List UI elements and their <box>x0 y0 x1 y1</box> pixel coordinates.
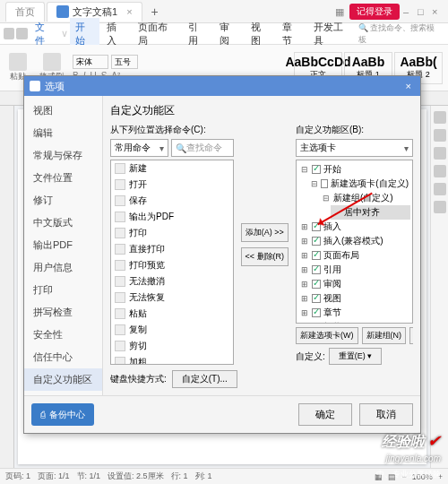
command-icon <box>115 260 125 271</box>
command-item[interactable]: 打开 <box>111 177 233 193</box>
expand-icon[interactable]: ⊞ <box>300 265 309 274</box>
nav-item[interactable]: 修订 <box>24 189 102 212</box>
status-row: 行: 1 <box>171 471 188 482</box>
commands-category-combo[interactable]: 常用命令▾ <box>110 139 168 157</box>
nav-item[interactable]: 拼写检查 <box>24 301 102 324</box>
command-item[interactable]: 无法恢复 <box>111 290 233 306</box>
remove-button[interactable]: << 删除(R) <box>241 247 289 266</box>
checkbox[interactable] <box>312 251 321 260</box>
command-item[interactable]: 剪切 <box>111 338 233 354</box>
command-item[interactable]: 输出为PDF <box>111 209 233 225</box>
cancel-button[interactable]: 取消 <box>359 403 413 426</box>
tree-item[interactable]: ⊞视图 <box>298 291 410 306</box>
dialog-close-button[interactable]: × <box>402 81 415 91</box>
checkbox[interactable] <box>312 308 321 317</box>
tree-item[interactable]: ⊞章节 <box>298 306 410 320</box>
tab-close-icon[interactable]: × <box>126 6 132 17</box>
font-name-select[interactable]: 宋体 <box>73 55 108 69</box>
nav-item[interactable]: 常规与保存 <box>24 144 102 167</box>
checkbox[interactable] <box>312 222 321 231</box>
tree-item[interactable]: ⊞加载项 <box>298 320 410 324</box>
checkbox[interactable] <box>312 280 321 289</box>
command-item[interactable]: 直接打印 <box>111 241 233 257</box>
font-size-select[interactable]: 五号 <box>111 55 138 69</box>
nav-item[interactable]: 文件位置 <box>24 167 102 189</box>
command-item[interactable]: 加粗 <box>111 354 233 365</box>
command-item[interactable]: 新建 <box>111 160 233 177</box>
checkbox[interactable] <box>312 237 321 246</box>
side-tool-icon[interactable] <box>434 201 446 213</box>
nav-item[interactable]: 信任中心 <box>24 346 102 368</box>
nav-item[interactable]: 视图 <box>24 99 102 122</box>
tree-item[interactable]: ⊞引用 <box>298 263 410 277</box>
nav-item[interactable]: 打印 <box>24 279 102 301</box>
command-icon <box>115 163 125 174</box>
command-item[interactable]: 粘贴 <box>111 306 233 322</box>
tree-item[interactable]: ⊟新建组(自定义) <box>320 191 410 205</box>
side-tool-icon[interactable] <box>434 183 446 195</box>
command-item[interactable]: 打印 <box>111 225 233 241</box>
checkbox[interactable] <box>312 265 321 274</box>
expand-icon[interactable]: ⊟ <box>322 194 331 203</box>
nav-item[interactable]: 安全性 <box>24 324 102 346</box>
ribbon-tabs-combo[interactable]: 主选项卡▾ <box>296 139 413 157</box>
side-tool-icon[interactable] <box>434 147 446 160</box>
tree-item[interactable]: ⊞页面布局 <box>298 248 410 263</box>
checkbox[interactable] <box>312 323 321 324</box>
expand-icon[interactable]: ⊞ <box>300 308 309 317</box>
nav-item[interactable]: 输出PDF <box>24 234 102 256</box>
ok-button[interactable]: 确定 <box>298 403 352 426</box>
tree-item[interactable]: ⊞审阅 <box>298 277 410 291</box>
close-icon[interactable]: × <box>432 6 443 17</box>
expand-icon[interactable]: ⊟ <box>300 165 309 174</box>
search-commands-input[interactable]: 🔍 查找命令 <box>171 139 234 157</box>
command-item[interactable]: 保存 <box>111 193 233 209</box>
undo-icon[interactable] <box>16 28 27 39</box>
rename-button[interactable]: 重命名(M)... <box>409 327 413 344</box>
expand-icon[interactable]: ⊞ <box>300 222 309 231</box>
new-tab-button[interactable]: 新建选项卡(W) <box>296 327 358 344</box>
expand-icon[interactable]: ⊞ <box>300 323 309 324</box>
minimize-icon[interactable]: – <box>403 6 414 17</box>
command-item[interactable]: 打印预览 <box>111 257 233 273</box>
status-page[interactable]: 页码: 1 <box>5 471 30 482</box>
expand-icon[interactable]: ⊞ <box>300 294 309 303</box>
grid-icon[interactable]: ▦ <box>335 6 346 17</box>
backup-center-button[interactable]: ⎙ 备份中心 <box>31 403 94 426</box>
menu-search-hint[interactable]: 查找命令、搜索模板 <box>358 23 435 44</box>
add-button[interactable]: 添加(A) >> <box>241 223 289 242</box>
side-tool-icon[interactable] <box>434 165 446 177</box>
tree-item[interactable]: ⊟新建选项卡(自定义) <box>309 177 410 191</box>
nav-item[interactable]: 用户信息 <box>24 256 102 279</box>
command-item[interactable]: 无法撤消 <box>111 273 233 290</box>
nav-item[interactable]: 中文版式 <box>24 212 102 234</box>
ribbon-tree[interactable]: ⊟开始⊟新建选项卡(自定义)⊟新建组(自定义)居中对齐⊞插入⊞插入(兼容模式)⊞… <box>296 160 413 324</box>
checkbox[interactable] <box>321 179 328 188</box>
checkbox[interactable] <box>312 294 321 303</box>
status-pages[interactable]: 页面: 1/1 <box>38 471 70 482</box>
tree-item[interactable]: ⊞插入 <box>298 220 410 234</box>
side-tool-icon[interactable] <box>434 129 446 142</box>
tab-doc-label: 文字文稿1 <box>73 5 117 19</box>
expand-icon[interactable]: ⊞ <box>300 237 309 246</box>
tree-item[interactable]: ⊟开始 <box>298 162 410 177</box>
nav-item[interactable]: 自定义功能区 <box>24 368 102 391</box>
nav-item[interactable]: 编辑 <box>24 122 102 144</box>
ruler-vertical <box>0 106 14 468</box>
expand-icon[interactable]: ⊟ <box>311 179 318 188</box>
new-group-button[interactable]: 新建组(N) <box>362 327 407 344</box>
expand-icon[interactable]: ⊞ <box>300 251 309 260</box>
tree-item[interactable]: ⊞插入(兼容模式) <box>298 234 410 248</box>
customize-shortcuts-button[interactable]: 自定义(T)... <box>172 370 237 388</box>
login-button[interactable]: 记得登录 <box>349 4 400 20</box>
save-icon[interactable] <box>4 28 14 39</box>
checkbox[interactable] <box>312 165 321 174</box>
expand-icon[interactable]: ⊞ <box>300 280 309 289</box>
side-tool-icon[interactable] <box>434 111 446 124</box>
maximize-icon[interactable]: □ <box>418 6 428 17</box>
tree-item[interactable]: 居中对齐 <box>331 205 410 220</box>
command-item[interactable]: 复制 <box>111 322 233 338</box>
reset-button[interactable]: 重置(E) ▾ <box>329 348 383 365</box>
commands-listbox[interactable]: 新建打开保存输出为PDF打印直接打印打印预览无法撤消无法恢复粘贴复制剪切加粗居中… <box>110 160 234 365</box>
dialog-titlebar[interactable]: 选项 × <box>24 76 420 96</box>
